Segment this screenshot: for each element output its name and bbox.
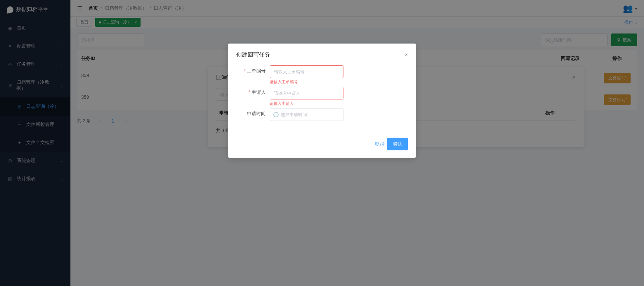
cancel-button[interactable]: 取消	[375, 138, 384, 150]
order-no-input[interactable]	[270, 65, 343, 78]
apply-time-label: 申请时间	[236, 108, 270, 117]
modal-title: 创建回写任务	[236, 51, 270, 59]
applicant-input[interactable]	[270, 87, 343, 99]
apply-time-input[interactable]	[270, 108, 343, 121]
applicant-error: 请输入申请人	[270, 101, 408, 106]
applicant-label: *申请人	[236, 87, 270, 95]
order-no-label: *工单编号	[236, 65, 270, 74]
clock-icon: 🕓	[273, 112, 279, 117]
create-rewrite-task-modal: 创建回写任务 × *工单编号 请输入工单编号 *申请人 请输入申请人 申请时间 …	[228, 44, 416, 158]
confirm-button[interactable]: 确认	[387, 138, 408, 150]
close-icon[interactable]: ×	[405, 52, 408, 58]
order-no-error: 请输入工单编号	[270, 79, 408, 85]
